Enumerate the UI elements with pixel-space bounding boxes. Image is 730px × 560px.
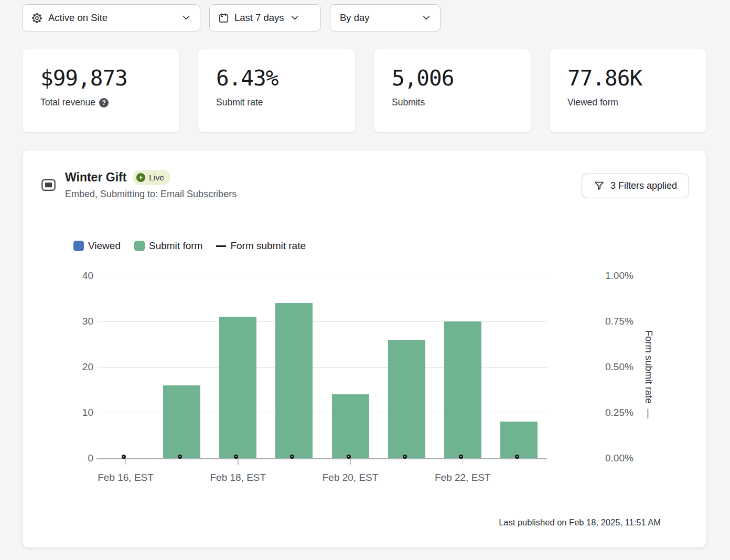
metric-dropdown[interactable]: Active on Site (22, 4, 200, 31)
stat-label: Submit rate (216, 97, 263, 108)
stat-value: $99,873 (40, 67, 179, 90)
right-axis-tick-label: 0.50% (605, 361, 634, 373)
stat-value: 5,006 (392, 67, 531, 90)
filter-bar: Active on Site Last 7 days By day (22, 4, 441, 31)
left-axis-tick-label: 30 (60, 316, 93, 327)
bar-submit-form[interactable] (388, 340, 425, 458)
right-axis-title-wrap: Form submit rate — (630, 283, 667, 466)
chevron-down-icon (421, 13, 432, 23)
metric-dropdown-label: Active on Site (48, 12, 108, 24)
bar-submit-form[interactable] (500, 422, 538, 458)
stat-card-viewed-form: 77.86K Viewed form (549, 49, 707, 133)
line-marker[interactable] (178, 455, 182, 459)
left-axis-tick-label: 0 (60, 453, 93, 464)
x-axis-tick-label: Feb 18, EST (194, 472, 283, 483)
bar-submit-form[interactable] (275, 303, 313, 458)
date-range-dropdown-label: Last 7 days (234, 12, 284, 24)
chevron-down-icon (289, 13, 300, 23)
line-marker[interactable] (403, 455, 407, 459)
bar-submit-form[interactable] (163, 385, 200, 458)
stat-card-submits: 5,006 Submits (373, 49, 531, 133)
bar-submit-form[interactable] (332, 394, 369, 458)
calendar-icon (218, 13, 229, 24)
bar-submit-form[interactable] (219, 317, 256, 458)
line-marker[interactable] (122, 455, 126, 459)
gridline (98, 276, 547, 276)
stat-card-total-revenue: $99,873 Total revenue ? (22, 49, 180, 133)
line-marker[interactable] (347, 455, 351, 459)
stat-card-submit-rate: 6.43% Submit rate (198, 49, 356, 133)
x-axis-tick (463, 459, 464, 465)
x-axis-tick-label: Feb 16, EST (81, 472, 170, 483)
date-range-dropdown[interactable]: Last 7 days (209, 4, 321, 31)
line-marker[interactable] (459, 455, 463, 459)
left-axis-tick-label: 10 (60, 407, 93, 418)
x-axis-tick-label: Feb 20, EST (306, 472, 395, 483)
stats-row: $99,873 Total revenue ? 6.43% Submit rat… (22, 49, 707, 133)
x-axis-tick-label: Feb 22, EST (418, 472, 507, 483)
granularity-dropdown-label: By day (340, 12, 370, 24)
last-published-text: Last published on Feb 18, 2025, 11:51 AM (499, 518, 661, 527)
stat-label: Total revenue (40, 97, 95, 108)
gear-icon (31, 12, 43, 24)
line-marker[interactable] (234, 455, 238, 459)
line-marker[interactable] (515, 455, 519, 459)
help-icon[interactable]: ? (99, 98, 109, 107)
x-axis-tick (350, 459, 351, 465)
stat-value: 77.86K (567, 67, 706, 90)
chart-plot-area: 0102030400.00%0.25%0.50%0.75%1.00%Feb 16… (23, 150, 706, 547)
left-axis-tick-label: 20 (60, 361, 93, 373)
x-axis-tick (125, 459, 126, 465)
x-axis-tick (238, 459, 239, 465)
stat-label: Submits (392, 97, 425, 108)
chevron-down-icon (181, 13, 191, 23)
right-axis-tick-label: 0.75% (605, 316, 634, 327)
right-axis-tick-label: 0.25% (605, 407, 634, 418)
line-marker[interactable] (290, 455, 294, 459)
left-axis-tick-label: 40 (60, 270, 93, 282)
bar-submit-form[interactable] (444, 321, 481, 458)
right-axis-title: Form submit rate — (643, 330, 654, 419)
stat-label: Viewed form (567, 97, 618, 108)
form-report-card: Winter Gift Live Embed, Submitting to: E… (22, 150, 706, 548)
analytics-page: Active on Site Last 7 days By day (0, 0, 730, 560)
stat-value: 6.43% (216, 67, 355, 90)
granularity-dropdown[interactable]: By day (330, 4, 441, 31)
right-axis-tick-label: 0.00% (605, 453, 634, 464)
right-axis-tick-label: 1.00% (605, 270, 634, 282)
